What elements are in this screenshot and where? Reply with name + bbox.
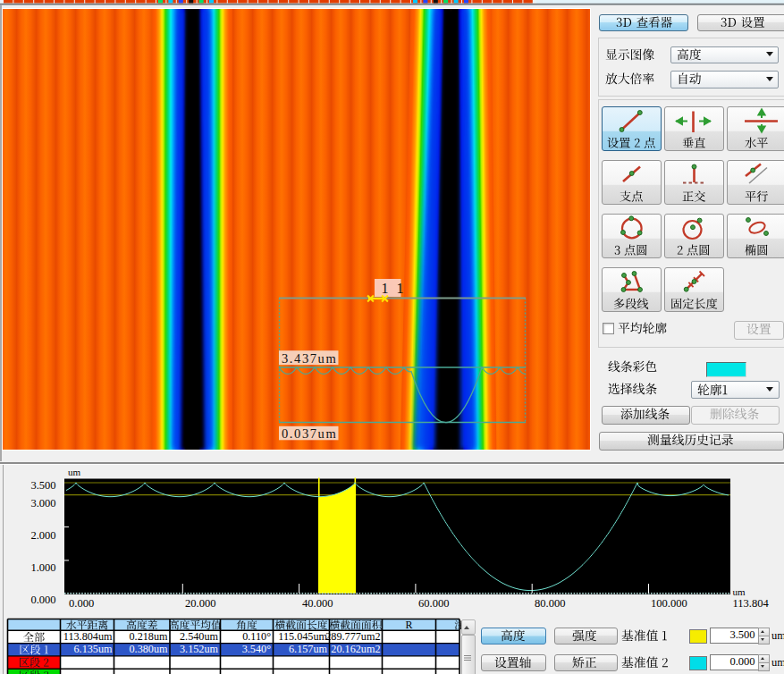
svg-text:3.437um: 3.437um bbox=[282, 351, 337, 366]
svg-text:3.540°: 3.540° bbox=[242, 643, 271, 655]
svg-text:um: um bbox=[733, 586, 746, 597]
svg-text:20.162um2: 20.162um2 bbox=[331, 643, 380, 655]
svg-text:289.777um2: 289.777um2 bbox=[325, 630, 380, 643]
svg-text:3.500: 3.500 bbox=[30, 479, 55, 492]
svg-text:0.000: 0.000 bbox=[69, 597, 94, 610]
svg-text:3.000: 3.000 bbox=[30, 497, 55, 510]
svg-text:100.000: 100.000 bbox=[651, 597, 687, 610]
svg-text:um: um bbox=[68, 467, 81, 477]
svg-text:80.000: 80.000 bbox=[535, 597, 565, 610]
svg-text:2.000: 2.000 bbox=[30, 529, 55, 542]
svg-text:6.135um: 6.135um bbox=[74, 643, 114, 655]
svg-text:60.000: 60.000 bbox=[418, 597, 449, 610]
svg-text:R: R bbox=[405, 619, 412, 631]
svg-text:20.000: 20.000 bbox=[185, 597, 215, 610]
svg-text:40.000: 40.000 bbox=[302, 597, 333, 610]
svg-text:0.000: 0.000 bbox=[30, 594, 55, 606]
svg-text:115.045um: 115.045um bbox=[278, 630, 327, 643]
svg-text:113.804: 113.804 bbox=[733, 597, 770, 610]
svg-text:1.000: 1.000 bbox=[30, 561, 55, 574]
svg-text:0.110°: 0.110° bbox=[242, 630, 271, 643]
svg-text:0.380um: 0.380um bbox=[130, 643, 169, 655]
svg-text:6.157um: 6.157um bbox=[289, 643, 328, 655]
svg-text:3.152um: 3.152um bbox=[180, 643, 219, 655]
svg-text:0.037um: 0.037um bbox=[282, 426, 337, 441]
svg-text:2.540um: 2.540um bbox=[180, 630, 219, 643]
svg-text:1 1: 1 1 bbox=[382, 281, 407, 296]
svg-text:0.218um: 0.218um bbox=[130, 630, 169, 643]
svg-text:113.804um: 113.804um bbox=[63, 630, 113, 643]
